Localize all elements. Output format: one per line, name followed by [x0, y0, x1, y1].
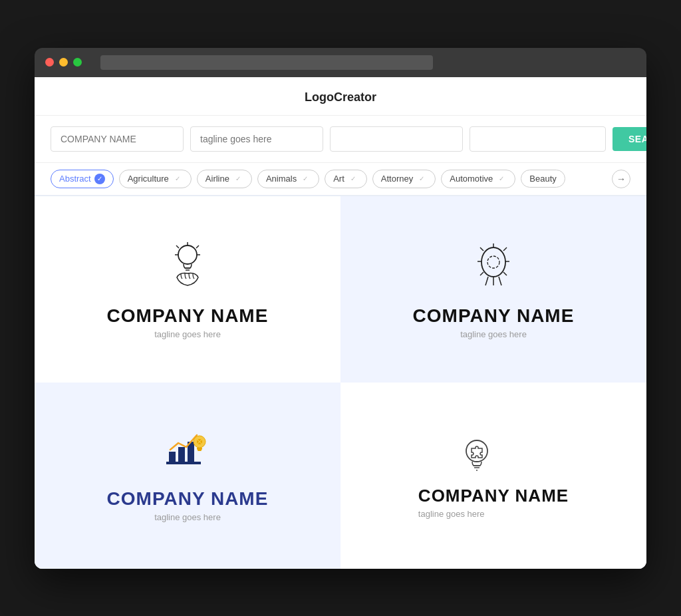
- maximize-button[interactable]: [73, 58, 82, 67]
- category-attorney[interactable]: Attorney ✓: [372, 170, 436, 188]
- svg-rect-22: [197, 448, 202, 450]
- category-automotive-check: ✓: [496, 174, 507, 184]
- category-abstract-check: ✓: [94, 174, 105, 184]
- svg-rect-23: [198, 450, 202, 451]
- category-animals-label: Animals: [266, 174, 297, 184]
- svg-point-16: [487, 256, 499, 268]
- category-abstract[interactable]: Abstract ✓: [51, 170, 114, 188]
- search-bar: SEARCH: [35, 116, 646, 163]
- logo-3-icon: [161, 428, 214, 478]
- category-beauty[interactable]: Beauty: [521, 170, 565, 188]
- category-abstract-label: Abstract: [59, 174, 91, 184]
- category-airline[interactable]: Airline ✓: [197, 170, 252, 188]
- logo-1-tagline: tagline goes here: [154, 329, 221, 339]
- app-title: LogoCreator: [305, 90, 376, 104]
- minimize-button[interactable]: [59, 58, 68, 67]
- logo-4-tagline: tagline goes here: [418, 509, 485, 519]
- logo-1-icon: [161, 239, 214, 295]
- category-next-button[interactable]: →: [612, 170, 630, 188]
- close-button[interactable]: [45, 58, 54, 67]
- category-beauty-label: Beauty: [529, 174, 556, 184]
- company-name-input[interactable]: [51, 126, 184, 152]
- logo-4-icon: [454, 432, 533, 482]
- logo-card-2[interactable]: COMPANY NAME tagline goes here: [340, 196, 646, 383]
- svg-line-10: [503, 247, 507, 251]
- category-animals[interactable]: Animals ✓: [257, 170, 319, 188]
- logo-3-tagline: tagline goes here: [154, 512, 221, 522]
- category-automotive-label: Automotive: [450, 174, 493, 184]
- category-bar: Abstract ✓ Agriculture ✓ Airline ✓ Anima…: [35, 163, 646, 196]
- svg-point-8: [481, 247, 505, 277]
- logo-1-company: COMPANY NAME: [107, 305, 269, 327]
- category-automotive[interactable]: Automotive ✓: [441, 170, 515, 188]
- category-art-label: Art: [333, 174, 344, 184]
- tagline-input[interactable]: [190, 126, 323, 152]
- category-attorney-label: Attorney: [381, 174, 413, 184]
- svg-line-15: [480, 272, 483, 275]
- titlebar: [35, 48, 646, 77]
- logo-card-4[interactable]: COMPANY NAME tagline goes here: [340, 383, 646, 569]
- category-agriculture-check: ✓: [172, 174, 183, 184]
- logo-2-tagline: tagline goes here: [460, 329, 527, 339]
- logo-4-company: COMPANY NAME: [418, 486, 569, 506]
- logo-card-3[interactable]: COMPANY NAME tagline goes here: [35, 383, 340, 569]
- category-art[interactable]: Art ✓: [325, 170, 367, 188]
- svg-rect-18: [169, 452, 176, 462]
- svg-point-0: [178, 245, 197, 264]
- category-attorney-check: ✓: [416, 174, 427, 184]
- svg-line-2: [196, 245, 199, 248]
- search-field-3[interactable]: [330, 126, 463, 152]
- category-art-check: ✓: [348, 174, 358, 184]
- app-content: LogoCreator SEARCH Abstract ✓ Agricultur…: [35, 77, 646, 569]
- logo-2-company: COMPANY NAME: [413, 305, 575, 327]
- category-agriculture[interactable]: Agriculture ✓: [119, 170, 192, 188]
- svg-rect-19: [178, 447, 185, 462]
- logo-2-icon: [467, 239, 520, 295]
- svg-point-25: [466, 440, 487, 462]
- address-bar: [100, 55, 433, 70]
- category-airline-check: ✓: [233, 174, 243, 184]
- category-agriculture-label: Agriculture: [128, 174, 169, 184]
- category-airline-label: Airline: [205, 174, 229, 184]
- svg-line-12: [503, 272, 507, 275]
- search-button[interactable]: SEARCH: [613, 127, 646, 151]
- category-animals-check: ✓: [300, 174, 311, 184]
- svg-line-13: [480, 247, 483, 251]
- app-header: LogoCreator: [35, 77, 646, 116]
- logo-grid: COMPANY NAME tagline goes here: [35, 196, 646, 569]
- app-window: LogoCreator SEARCH Abstract ✓ Agricultur…: [35, 48, 646, 569]
- search-field-4[interactable]: [470, 126, 606, 152]
- svg-line-3: [176, 245, 179, 248]
- logo-3-company: COMPANY NAME: [107, 488, 269, 510]
- logo-card-1[interactable]: COMPANY NAME tagline goes here: [35, 196, 340, 383]
